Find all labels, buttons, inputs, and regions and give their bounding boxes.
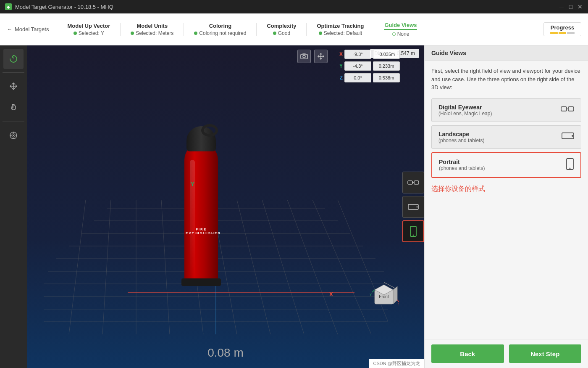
svg-line-24 xyxy=(262,200,304,334)
option-portrait-text: Portrait (phones and tablets) xyxy=(439,159,485,171)
svg-point-52 xyxy=(572,135,573,137)
svg-line-25 xyxy=(287,200,338,334)
left-toolbar xyxy=(0,45,27,368)
move-tool-button[interactable] xyxy=(3,76,24,96)
app-title: Model Target Generator - 10.18.5 - MHQ xyxy=(15,4,113,10)
option-portrait-sub: (phones and tablets) xyxy=(439,165,485,171)
device-view-buttons xyxy=(402,172,424,242)
step-sub-model-up-vector: Selected: Y xyxy=(74,30,104,36)
step-guide-views[interactable]: Guide Views None xyxy=(374,22,427,37)
dot-model-up-vector xyxy=(74,32,77,35)
coord-row-z: Z xyxy=(337,73,400,82)
svg-line-26 xyxy=(312,200,371,334)
minimize-button[interactable]: ─ xyxy=(559,4,564,10)
window-controls[interactable]: ─ □ ✕ xyxy=(559,4,583,10)
camera-icon-btn[interactable] xyxy=(297,50,311,63)
svg-point-2 xyxy=(13,135,14,136)
top-nav: ← Model Targets Model Up Vector Selected… xyxy=(0,13,588,45)
step-title-model-units: Model Units xyxy=(136,23,168,29)
option-landscape-text: Landscape (phones and tablets) xyxy=(438,131,484,143)
svg-line-23 xyxy=(237,200,270,334)
coord-m-x[interactable] xyxy=(373,50,400,59)
dot-model-units xyxy=(131,32,134,35)
coord-deg-z[interactable] xyxy=(344,73,371,82)
step-sub-complexity: Good xyxy=(273,30,290,36)
progress-title: Progress xyxy=(551,24,574,31)
step-optimize-tracking[interactable]: Optimize Tracking Selected: Default xyxy=(307,23,374,36)
svg-rect-30 xyxy=(301,54,307,59)
step-complexity[interactable]: Complexity Good xyxy=(257,23,307,36)
toolbar-divider-1 xyxy=(3,72,24,73)
svg-marker-41 xyxy=(393,286,397,304)
back-label: Model Targets xyxy=(15,26,49,32)
option-digital-eyewear[interactable]: Digital Eyewear (HoloLens, Magic Leap) xyxy=(431,98,581,122)
svg-line-18 xyxy=(102,200,111,334)
coord-label-x: X xyxy=(337,51,343,57)
svg-text:Y: Y xyxy=(370,293,372,297)
axis-x-label: X xyxy=(329,291,333,297)
option-landscape[interactable]: Landscape (phones and tablets) xyxy=(431,125,581,149)
landscape-view-btn[interactable] xyxy=(402,196,424,218)
svg-line-46 xyxy=(372,290,375,292)
dot-optimize-tracking xyxy=(319,32,322,35)
option-digital-eyewear-title: Digital Eyewear xyxy=(438,104,492,111)
svg-rect-49 xyxy=(568,107,574,111)
nav-steps: Model Up Vector Selected: Y Model Units … xyxy=(57,22,543,37)
target-tool-button[interactable] xyxy=(3,125,24,146)
move-icon-btn[interactable] xyxy=(314,50,328,63)
step-coloring[interactable]: Coloring Coloring not required xyxy=(184,23,257,36)
title-bar: ◆ Model Target Generator - 10.18.5 - MHQ… xyxy=(0,0,588,13)
right-panel-footer: Back Next Step xyxy=(425,339,588,368)
coord-m-z[interactable] xyxy=(373,73,400,82)
coord-deg-y[interactable] xyxy=(344,61,371,71)
svg-point-36 xyxy=(417,206,418,207)
axis-y-label: Y xyxy=(191,181,194,187)
next-step-button[interactable]: Next Step xyxy=(509,344,582,363)
right-panel-description: First, select the right field of view an… xyxy=(431,67,581,92)
option-portrait[interactable]: Portrait (phones and tablets) xyxy=(431,152,581,178)
coord-m-y[interactable] xyxy=(373,61,400,71)
svg-rect-48 xyxy=(561,107,567,111)
viewport-3d[interactable]: FIREEXTINGUISHER X Y Distance: 0.547 m xyxy=(27,45,424,368)
progress-badge: Progress xyxy=(543,22,581,36)
step-title-complexity: Complexity xyxy=(267,23,296,29)
portrait-option-icon xyxy=(566,158,574,172)
coordinate-panel: X Y Z xyxy=(337,50,400,85)
progress-bar-2 xyxy=(559,32,566,34)
option-portrait-title: Portrait xyxy=(439,159,485,165)
dot-complexity xyxy=(273,32,276,35)
coord-deg-x[interactable] xyxy=(344,50,371,59)
eyewear-view-btn[interactable] xyxy=(402,172,424,193)
progress-bars xyxy=(550,32,575,34)
measure-label: 0.08 m xyxy=(207,346,244,360)
main-layout: FIREEXTINGUISHER X Y Distance: 0.547 m xyxy=(0,45,588,368)
portrait-view-btn[interactable] xyxy=(402,220,424,242)
option-landscape-title: Landscape xyxy=(438,131,484,138)
model-fire-extinguisher: FIREEXTINGUISHER xyxy=(178,126,224,286)
option-landscape-sub: (phones and tablets) xyxy=(438,138,484,143)
maximize-button[interactable]: □ xyxy=(568,4,574,10)
view-cube[interactable]: Front X Y xyxy=(369,279,399,309)
svg-text:X: X xyxy=(398,302,399,306)
step-sub-model-units: Selected: Meters xyxy=(131,30,173,36)
back-button[interactable]: Back xyxy=(431,344,504,363)
right-panel: Guide Views First, select the right fiel… xyxy=(424,45,588,368)
step-title-model-up-vector: Model Up Vector xyxy=(67,23,110,29)
svg-point-38 xyxy=(413,234,414,236)
toolbar-divider-2 xyxy=(3,122,24,122)
step-model-up-vector[interactable]: Model Up Vector Selected: Y xyxy=(57,23,121,36)
svg-rect-32 xyxy=(408,181,412,184)
option-digital-eyewear-text: Digital Eyewear (HoloLens, Magic Leap) xyxy=(438,104,492,116)
close-button[interactable]: ✕ xyxy=(577,4,583,10)
eyewear-option-icon xyxy=(561,105,574,115)
dot-guide-views xyxy=(392,32,396,36)
hint-text: 选择你设备的样式 xyxy=(431,185,581,193)
rotate-tool-button[interactable] xyxy=(3,49,24,69)
option-digital-eyewear-sub: (HoloLens, Magic Leap) xyxy=(438,111,492,116)
hand-tool-button[interactable] xyxy=(3,98,24,118)
step-model-units[interactable]: Model Units Selected: Meters xyxy=(121,23,184,36)
svg-point-31 xyxy=(303,56,305,58)
step-sub-optimize-tracking: Selected: Default xyxy=(319,30,362,36)
svg-line-20 xyxy=(161,200,170,334)
back-to-model-targets[interactable]: ← Model Targets xyxy=(7,26,49,32)
